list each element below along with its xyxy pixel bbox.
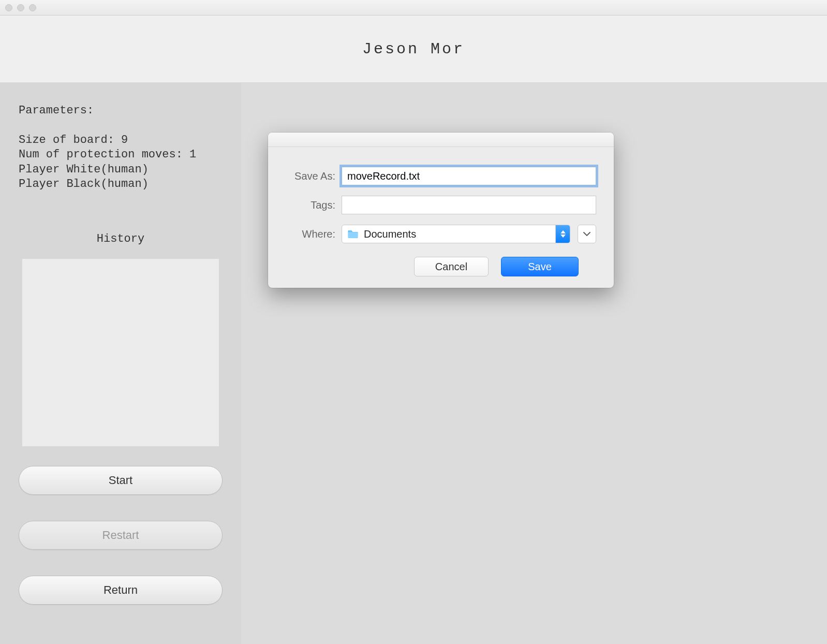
where-value: Documents (364, 228, 416, 240)
history-list[interactable] (22, 259, 219, 446)
parameters-heading: Parameters: (19, 104, 223, 119)
param-protection-moves: Num of protection moves: 1 (19, 148, 223, 163)
param-board-size: Size of board: 9 (19, 133, 223, 148)
tags-row: Tags: (286, 196, 596, 214)
where-row: Where: Documents (286, 225, 596, 243)
app-header: Jeson Mor (0, 16, 827, 83)
param-player-white: Player White(human) (19, 163, 223, 178)
minimize-window-button[interactable] (17, 4, 24, 11)
zoom-window-button[interactable] (29, 4, 36, 11)
chevron-down-icon (583, 232, 590, 237)
where-select[interactable]: Documents (342, 225, 570, 243)
tags-label: Tags: (286, 199, 342, 211)
folder-icon (347, 229, 359, 239)
save-dialog: Save As: Tags: Where: (268, 133, 614, 288)
save-dialog-body: Save As: Tags: Where: (268, 147, 614, 276)
window-titlebar (0, 0, 827, 16)
tags-input[interactable] (342, 196, 596, 214)
where-label: Where: (286, 228, 342, 240)
sidebar: Parameters: Size of board: 9 Num of prot… (0, 83, 241, 644)
parameters-block: Parameters: Size of board: 9 Num of prot… (19, 104, 223, 192)
start-button[interactable]: Start (19, 466, 223, 495)
svg-rect-0 (348, 232, 358, 238)
app-title: Jeson Mor (362, 40, 465, 58)
history-heading: History (19, 232, 223, 245)
content-area: Parameters: Size of board: 9 Num of prot… (0, 83, 827, 644)
select-arrows-icon (555, 225, 570, 243)
main-area: Save As: Tags: Where: (241, 83, 827, 644)
restart-button[interactable]: Restart (19, 521, 223, 550)
expand-location-button[interactable] (578, 225, 596, 243)
save-dialog-header (268, 133, 614, 147)
param-player-black: Player Black(human) (19, 177, 223, 192)
cancel-button[interactable]: Cancel (414, 257, 489, 276)
return-button[interactable]: Return (19, 576, 223, 605)
save-as-row: Save As: (286, 167, 596, 185)
save-as-label: Save As: (286, 170, 342, 182)
app-window: Jeson Mor Parameters: Size of board: 9 N… (0, 0, 827, 644)
dialog-button-row: Cancel Save (286, 257, 596, 276)
save-as-input[interactable] (342, 167, 596, 185)
close-window-button[interactable] (5, 4, 12, 11)
sidebar-buttons: Start Restart Return (19, 466, 223, 605)
save-button[interactable]: Save (501, 257, 579, 276)
